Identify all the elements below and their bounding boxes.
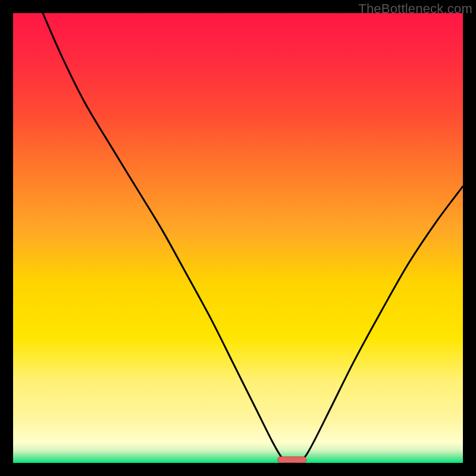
chart-frame: TheBottleneck.com: [0, 0, 476, 476]
gradient-background: [13, 13, 463, 463]
watermark-text: TheBottleneck.com: [358, 1, 472, 17]
plot-area: [13, 13, 463, 463]
gradient-svg: [13, 13, 463, 463]
minimum-marker: [278, 457, 306, 463]
